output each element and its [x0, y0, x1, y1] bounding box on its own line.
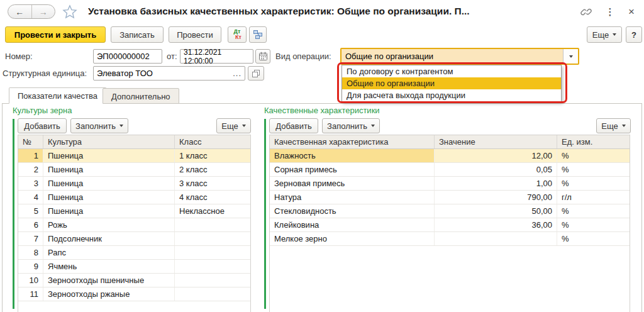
table-row[interactable]: 9Ячмень	[18, 260, 250, 274]
cell[interactable]: %	[557, 177, 630, 190]
table-row[interactable]: 6Рожь	[18, 218, 250, 232]
table-row[interactable]: Клейковина36,00%	[270, 218, 630, 232]
cell[interactable]: %	[557, 149, 630, 162]
cell[interactable]	[175, 274, 250, 287]
cell[interactable]	[175, 260, 250, 273]
cell[interactable]: Мелкое зерно	[270, 232, 435, 245]
table-row[interactable]: 4Пшеница4 класс	[18, 191, 250, 204]
grain-add-button[interactable]: Добавить	[18, 118, 67, 133]
operation-option[interactable]: Общие по организации	[342, 77, 561, 89]
table-row[interactable]: 8Рапс	[18, 246, 250, 260]
post-and-close-button[interactable]: Провести и закрыть	[5, 26, 106, 43]
column-header[interactable]: Класс	[175, 135, 250, 148]
column-header[interactable]: Ед. изм.	[557, 135, 630, 148]
number-input[interactable]: ЭП000000002	[93, 49, 162, 64]
cell[interactable]: Рапс	[43, 246, 175, 259]
cell[interactable]: 1,00	[435, 177, 557, 190]
cell[interactable]: Зерноотходы ржаные	[43, 287, 175, 301]
table-row[interactable]: 11Зерноотходы ржаные	[18, 287, 250, 301]
window-menu-icon[interactable]: ⋮	[602, 5, 618, 19]
quality-fill-button[interactable]: Заполнить	[322, 118, 380, 133]
copy-link-icon[interactable]	[579, 5, 594, 19]
cell[interactable]: 9	[18, 260, 43, 273]
table-row[interactable]: 7Подсолнечник	[18, 232, 250, 246]
cell[interactable]	[175, 246, 250, 259]
cell[interactable]: %	[557, 232, 630, 245]
cell[interactable]: 12,00	[435, 149, 557, 162]
cell[interactable]: 1	[18, 149, 43, 162]
column-header[interactable]: Культура	[43, 135, 175, 148]
cell[interactable]: 2 класс	[175, 163, 250, 176]
cell[interactable]: 2	[18, 163, 43, 176]
grain-more-button[interactable]: Еще	[216, 118, 251, 133]
operation-combobox[interactable]: Общие по организации	[340, 48, 579, 65]
cell[interactable]: Пшеница	[43, 204, 175, 218]
cell[interactable]: 7	[18, 232, 43, 245]
favorite-star-icon[interactable]	[62, 4, 77, 19]
cell[interactable]: 1 класс	[175, 149, 250, 162]
cell[interactable]: 10	[18, 274, 43, 287]
cell[interactable]	[175, 287, 250, 301]
cell[interactable]: 11	[18, 287, 43, 301]
cell[interactable]: Стекловидность	[270, 204, 435, 218]
grain-fill-button[interactable]: Заполнить	[70, 118, 128, 133]
table-row[interactable]: 5ПшеницаНеклассное	[18, 204, 250, 218]
cell[interactable]: 3 класс	[175, 177, 250, 190]
cell[interactable]	[175, 218, 250, 231]
table-row[interactable]: Зерновая примесь1,00%	[270, 177, 630, 191]
cell[interactable]: 50,00	[435, 204, 557, 218]
cell[interactable]: Неклассное	[175, 204, 250, 218]
help-button[interactable]: ?	[626, 26, 642, 43]
column-header[interactable]: №	[18, 135, 43, 148]
cell[interactable]: 4 класс	[175, 191, 250, 204]
cell[interactable]: Клейковина	[270, 218, 435, 231]
cell[interactable]: Натура	[270, 191, 435, 204]
cell[interactable]: Зерноотходы пшеничные	[43, 274, 175, 287]
cell[interactable]	[175, 232, 250, 245]
cell[interactable]: Влажность	[270, 149, 435, 162]
write-button[interactable]: Записать	[111, 26, 164, 43]
toolbar-more-button[interactable]: Еще	[587, 26, 622, 43]
table-row[interactable]: Мелкое зерно%	[270, 232, 630, 246]
table-row[interactable]: 10Зерноотходы пшеничные	[18, 274, 250, 287]
operation-option[interactable]: По договору с контрагентом	[342, 65, 561, 77]
document-structure-button[interactable]	[249, 26, 267, 43]
choose-button[interactable]: ...	[228, 69, 242, 78]
table-row[interactable]: Сорная примесь0,05%	[270, 163, 630, 177]
cell[interactable]: 0,05	[435, 163, 557, 176]
cell[interactable]: 790,00	[435, 191, 557, 204]
forward-button[interactable]: →	[32, 5, 55, 18]
close-icon[interactable]: ×	[624, 5, 639, 19]
cell[interactable]: Сорная примесь	[270, 163, 435, 176]
date-input[interactable]: 31.12.2021 12:00:00	[180, 49, 253, 64]
cell[interactable]: 8	[18, 246, 43, 259]
cell[interactable]: Пшеница	[43, 149, 175, 162]
cell[interactable]: Пшеница	[43, 191, 175, 204]
table-row[interactable]: 1Пшеница1 класс	[18, 149, 250, 163]
table-row[interactable]: 2Пшеница2 класс	[18, 163, 250, 177]
quality-more-button[interactable]: Еще	[596, 118, 631, 133]
dtkt-button[interactable]: ДтКт	[228, 26, 247, 43]
cell[interactable]: 36,00	[435, 218, 557, 231]
tab-additional[interactable]: Дополнительно	[103, 88, 179, 104]
cell[interactable]: %	[557, 218, 630, 231]
post-button[interactable]: Провести	[169, 26, 221, 43]
cell[interactable]: %	[557, 204, 630, 218]
open-unit-button[interactable]	[248, 66, 264, 81]
tab-quality-indicators[interactable]: Показатели качества	[9, 87, 106, 104]
cell[interactable]: Подсолнечник	[43, 232, 175, 245]
cell[interactable]: %	[557, 163, 630, 176]
operation-dropdown-button[interactable]	[563, 49, 578, 64]
cell[interactable]: Рожь	[43, 218, 175, 231]
operation-value[interactable]: Общие по организации	[341, 49, 563, 64]
operation-option[interactable]: Для расчета выхода продукции	[342, 89, 561, 101]
column-header[interactable]: Значение	[435, 135, 557, 148]
table-row[interactable]: Влажность12,00%	[270, 149, 630, 163]
quality-add-button[interactable]: Добавить	[269, 118, 318, 133]
table-row[interactable]: 3Пшеница3 класс	[18, 177, 250, 191]
cell[interactable]	[435, 232, 557, 245]
cell[interactable]: Пшеница	[43, 177, 175, 190]
cell[interactable]: Зерновая примесь	[270, 177, 435, 190]
cell[interactable]: 6	[18, 218, 43, 231]
cell[interactable]: г/л	[557, 191, 630, 204]
